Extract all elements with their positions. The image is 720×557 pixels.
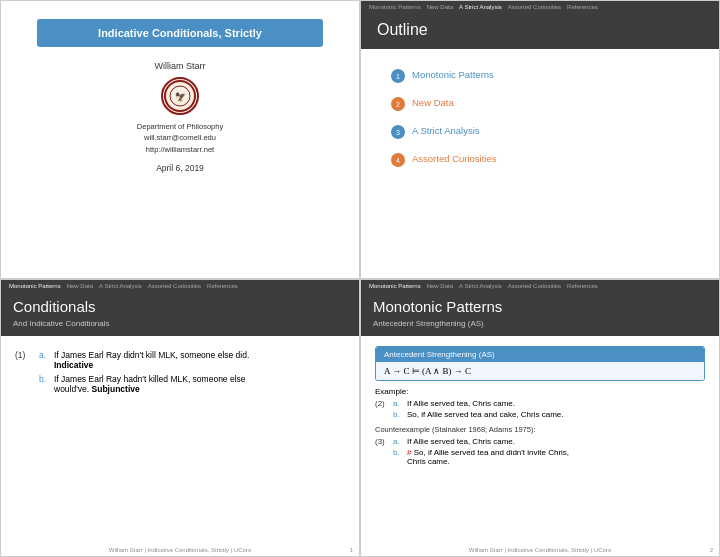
outline-text-4: Assorted Curiosities: [412, 153, 496, 164]
slide1-affiliation: Department of Philosophy will.starr@corn…: [137, 121, 223, 155]
ex3-a: a. If Allie served tea, Chris came.: [393, 437, 569, 446]
slide4-nav-ref: References: [567, 283, 598, 289]
slide2-body: 1 Monotonic Patterns 2 New Data 3 A Stri…: [361, 49, 719, 278]
slide3-nav: Monotonic Patterns New Data A Strict Ana…: [1, 280, 359, 292]
slide3-footer-left: William Starr | Indicative Conditionals,…: [1, 547, 359, 553]
outline-text-2: New Data: [412, 97, 454, 108]
slide1-author: William Starr: [155, 61, 206, 71]
ex3-b-text: # So, if Allie served tea and didn't inv…: [407, 448, 569, 466]
cond-sub-b: b. If James Earl Ray hadn't killed MLK, …: [39, 374, 345, 394]
mono-example-label: Example: (2) a. If Allie served tea, Chr…: [375, 387, 705, 469]
as-box-header: Antecedent Strengthening (AS): [376, 347, 704, 362]
slide3-section-subtitle: And Indicative Conditionals: [1, 317, 359, 336]
outline-text-1: Monotonic Patterns: [412, 69, 494, 80]
bullet-2: 2: [391, 97, 405, 111]
nav-newdata: New Data: [427, 4, 453, 10]
slide4-footer-left: William Starr | Indicative Conditionals,…: [361, 547, 719, 553]
cond-sub-a-text: If James Earl Ray didn't kill MLK, someo…: [54, 350, 249, 370]
cond-sub-b-text: If James Earl Ray hadn't killed MLK, som…: [54, 374, 246, 394]
ex2-a: a. If Allie served tea, Chris came.: [393, 399, 564, 408]
slide3-cond-item: (1) a. If James Earl Ray didn't kill MLK…: [15, 350, 345, 398]
ex3-b: b. # So, if Allie served tea and didn't …: [393, 448, 569, 466]
ex2-b: b. So, if Allie served tea and cake, Chr…: [393, 410, 564, 419]
slide-3-conditionals: Monotonic Patterns New Data A Strict Ana…: [0, 279, 360, 558]
ex3-a-label: a.: [393, 437, 403, 446]
slide4-nav-strict: A Strict Analysis: [459, 283, 502, 289]
outline-item-4: 4 Assorted Curiosities: [391, 153, 689, 167]
slide3-body: (1) a. If James Earl Ray didn't kill MLK…: [1, 336, 359, 557]
slide-1-title: Indicative Conditionals, Strictly Willia…: [0, 0, 360, 279]
slide1-seal: 🦅: [161, 77, 199, 115]
counterex-label: Counterexample (Stalnaker 1968; Adams 19…: [375, 425, 705, 434]
ex2-a-text: If Allie served tea, Chris came.: [407, 399, 515, 408]
mono-ex2: (2) a. If Allie served tea, Chris came. …: [375, 399, 705, 422]
ex2-b-text: So, if Allie served tea and cake, Chris …: [407, 410, 564, 419]
nav-assorted: Assorted Curiosities: [508, 4, 561, 10]
slide-4-monotonic: Monotonic Patterns New Data A Strict Ana…: [360, 279, 720, 558]
as-box: Antecedent Strengthening (AS) A → C ⊨ (A…: [375, 346, 705, 381]
cond-sub-a: a. If James Earl Ray didn't kill MLK, so…: [39, 350, 345, 370]
outline-item-3: 3 A Strict Analysis: [391, 125, 689, 139]
slide-2-outline: Monotonic Patterns New Data A Strict Ana…: [360, 0, 720, 279]
nav-references: References: [567, 4, 598, 10]
slide4-nav-newdata: New Data: [427, 283, 453, 289]
nav-monotonic: Monotonic Patterns: [369, 4, 421, 10]
ex2-b-label: b.: [393, 410, 403, 419]
slide4-section-subtitle: Antecedent Strengthening (AS): [361, 317, 719, 336]
slide1-date: April 6, 2019: [156, 163, 204, 173]
slide4-nav-monotonic: Monotonic Patterns: [369, 283, 421, 289]
slide3-nav-strict: A Strict Analysis: [99, 283, 142, 289]
cond-content: a. If James Earl Ray didn't kill MLK, so…: [39, 350, 345, 398]
slide3-nav-assorted: Assorted Curiosities: [148, 283, 201, 289]
svg-text:🦅: 🦅: [175, 91, 187, 103]
slide4-body: Antecedent Strengthening (AS) A → C ⊨ (A…: [361, 336, 719, 557]
ex3-content: a. If Allie served tea, Chris came. b. #…: [393, 437, 569, 469]
as-box-formula: A → C ⊨ (A ∧ B) → C: [376, 362, 704, 380]
bullet-3: 3: [391, 125, 405, 139]
ex2-content: a. If Allie served tea, Chris came. b. S…: [393, 399, 564, 422]
ex3-a-text: If Allie served tea, Chris came.: [407, 437, 515, 446]
cond-num: (1): [15, 350, 31, 360]
bullet-4: 4: [391, 153, 405, 167]
nav-strict: A Strict Analysis: [459, 4, 502, 10]
slide1-title-bar: Indicative Conditionals, Strictly: [37, 19, 323, 47]
slide3-nav-newdata: New Data: [67, 283, 93, 289]
slide4-nav-assorted: Assorted Curiosities: [508, 283, 561, 289]
slide4-footer-right: 2: [710, 547, 713, 553]
slide3-nav-ref: References: [207, 283, 238, 289]
outline-item-1: 1 Monotonic Patterns: [391, 69, 689, 83]
cond-sub-b-label: b.: [39, 374, 49, 394]
mono-ex3: (3) a. If Allie served tea, Chris came. …: [375, 437, 705, 469]
ex3-b-label: b.: [393, 448, 403, 457]
outline-text-3: A Strict Analysis: [412, 125, 480, 136]
slide3-nav-monotonic: Monotonic Patterns: [9, 283, 61, 289]
slide2-title: Outline: [361, 13, 719, 49]
ex2-num: (2): [375, 399, 393, 408]
cond-sub-a-label: a.: [39, 350, 49, 370]
slide3-section-title: Conditionals: [1, 292, 359, 317]
ex2-a-label: a.: [393, 399, 403, 408]
ex3-num: (3): [375, 437, 393, 446]
bullet-1: 1: [391, 69, 405, 83]
slide2-nav: Monotonic Patterns New Data A Strict Ana…: [361, 1, 719, 13]
outline-item-2: 2 New Data: [391, 97, 689, 111]
slide4-section-title: Monotonic Patterns: [361, 292, 719, 317]
slide3-footer-right: 1: [350, 547, 353, 553]
slide4-nav: Monotonic Patterns New Data A Strict Ana…: [361, 280, 719, 292]
